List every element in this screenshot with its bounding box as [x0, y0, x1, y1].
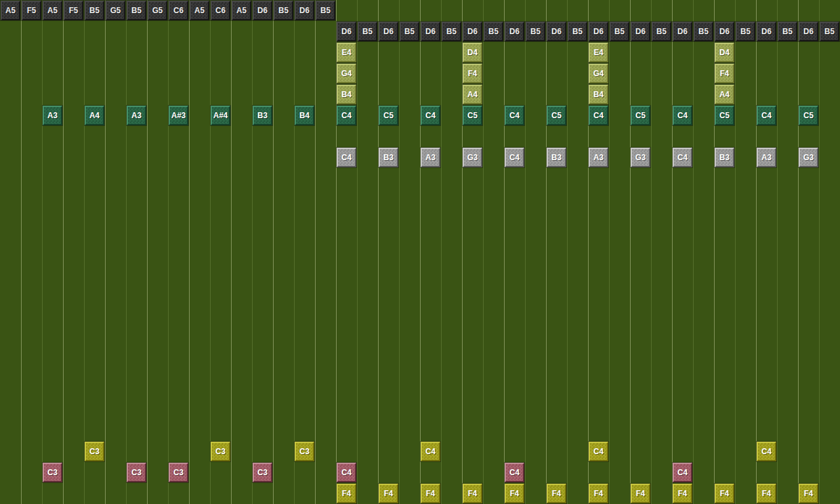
note-block[interactable]: C5: [715, 106, 734, 125]
note-block[interactable]: F4: [673, 484, 692, 503]
note-block[interactable]: C4: [673, 148, 692, 167]
note-block[interactable]: C5: [799, 106, 818, 125]
note-block[interactable]: G5: [148, 1, 167, 20]
note-block[interactable]: D6: [715, 22, 734, 41]
note-block[interactable]: B4: [337, 85, 356, 104]
note-block[interactable]: A5: [43, 1, 62, 20]
note-block[interactable]: B5: [127, 1, 146, 20]
note-block[interactable]: C3: [127, 463, 146, 482]
note-block[interactable]: B5: [442, 22, 461, 41]
note-block[interactable]: B5: [85, 1, 104, 20]
note-block[interactable]: G3: [463, 148, 482, 167]
note-block[interactable]: G4: [337, 64, 356, 83]
note-block[interactable]: B5: [694, 22, 713, 41]
note-block[interactable]: G4: [589, 64, 608, 83]
note-block[interactable]: B5: [820, 22, 839, 41]
note-block[interactable]: C4: [505, 106, 524, 125]
note-block[interactable]: B5: [652, 22, 671, 41]
note-block[interactable]: C5: [631, 106, 650, 125]
note-block[interactable]: A4: [715, 85, 734, 104]
note-block[interactable]: F4: [505, 484, 524, 503]
note-block[interactable]: C6: [211, 1, 230, 20]
note-block[interactable]: D6: [295, 1, 314, 20]
note-block[interactable]: D6: [421, 22, 440, 41]
note-block[interactable]: G3: [631, 148, 650, 167]
note-block[interactable]: G5: [106, 1, 125, 20]
note-block[interactable]: B5: [484, 22, 503, 41]
note-block[interactable]: C4: [673, 463, 692, 482]
note-block[interactable]: C3: [169, 463, 188, 482]
note-block[interactable]: C4: [421, 442, 440, 461]
note-block[interactable]: F4: [337, 484, 356, 503]
note-block[interactable]: F4: [715, 484, 734, 503]
note-block[interactable]: F4: [463, 64, 482, 83]
note-block[interactable]: B3: [547, 148, 566, 167]
note-block[interactable]: A3: [589, 148, 608, 167]
note-block[interactable]: B5: [400, 22, 419, 41]
note-block[interactable]: D6: [505, 22, 524, 41]
note-block[interactable]: C3: [295, 442, 314, 461]
note-block[interactable]: B5: [568, 22, 587, 41]
note-block[interactable]: D6: [337, 22, 356, 41]
note-block[interactable]: A3: [127, 106, 146, 125]
note-block[interactable]: C4: [421, 106, 440, 125]
note-block[interactable]: A4: [463, 85, 482, 104]
note-block[interactable]: C4: [337, 148, 356, 167]
note-block[interactable]: C4: [505, 463, 524, 482]
note-block[interactable]: B5: [358, 22, 377, 41]
note-block[interactable]: F5: [22, 1, 41, 20]
note-block[interactable]: F4: [547, 484, 566, 503]
note-block[interactable]: D6: [463, 22, 482, 41]
note-block[interactable]: B5: [778, 22, 797, 41]
note-block[interactable]: B3: [253, 106, 272, 125]
note-block[interactable]: D6: [631, 22, 650, 41]
note-block[interactable]: A#3: [169, 106, 188, 125]
note-block[interactable]: D6: [589, 22, 608, 41]
note-block[interactable]: D6: [757, 22, 776, 41]
note-block[interactable]: F4: [463, 484, 482, 503]
note-block[interactable]: C6: [169, 1, 188, 20]
note-block[interactable]: D6: [673, 22, 692, 41]
note-block[interactable]: A3: [43, 106, 62, 125]
note-block[interactable]: B4: [295, 106, 314, 125]
note-block[interactable]: B5: [274, 1, 293, 20]
note-block[interactable]: E4: [589, 43, 608, 62]
note-block[interactable]: C5: [379, 106, 398, 125]
note-block[interactable]: A4: [85, 106, 104, 125]
note-block[interactable]: B5: [526, 22, 545, 41]
note-block[interactable]: A#4: [211, 106, 230, 125]
note-block[interactable]: B3: [715, 148, 734, 167]
note-block[interactable]: F4: [799, 484, 818, 503]
note-block[interactable]: C4: [589, 106, 608, 125]
note-block[interactable]: C4: [337, 463, 356, 482]
note-block[interactable]: C3: [211, 442, 230, 461]
note-block[interactable]: C4: [757, 106, 776, 125]
note-block[interactable]: B5: [610, 22, 629, 41]
note-block[interactable]: C4: [505, 148, 524, 167]
note-block[interactable]: C5: [547, 106, 566, 125]
note-block[interactable]: B4: [589, 85, 608, 104]
note-block[interactable]: B3: [379, 148, 398, 167]
sequencer-grid[interactable]: A5F5A5F5B5G5B5G5C6A5C6A5D6B5D6B5D6B5D6B5…: [0, 0, 840, 504]
note-block[interactable]: C3: [43, 463, 62, 482]
note-block[interactable]: D4: [715, 43, 734, 62]
note-block[interactable]: F4: [379, 484, 398, 503]
note-block[interactable]: G3: [799, 148, 818, 167]
note-block[interactable]: C4: [337, 106, 356, 125]
note-block[interactable]: F4: [631, 484, 650, 503]
note-block[interactable]: C4: [757, 442, 776, 461]
note-block[interactable]: D6: [253, 1, 272, 20]
note-block[interactable]: F4: [757, 484, 776, 503]
note-block[interactable]: C3: [85, 442, 104, 461]
note-block[interactable]: B5: [316, 1, 335, 20]
note-block[interactable]: C4: [673, 106, 692, 125]
note-block[interactable]: C3: [253, 463, 272, 482]
note-block[interactable]: D6: [799, 22, 818, 41]
note-block[interactable]: A3: [757, 148, 776, 167]
note-block[interactable]: F5: [64, 1, 83, 20]
note-block[interactable]: A5: [1, 1, 20, 20]
note-block[interactable]: A5: [232, 1, 251, 20]
note-block[interactable]: C4: [589, 442, 608, 461]
note-block[interactable]: E4: [337, 43, 356, 62]
note-block[interactable]: F4: [421, 484, 440, 503]
